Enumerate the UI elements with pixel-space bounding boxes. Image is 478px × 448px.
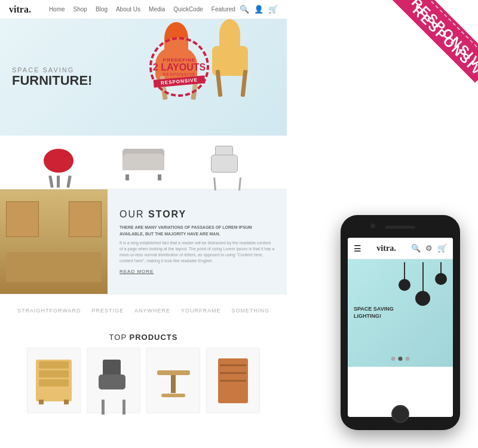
phone-search-icon[interactable]: 🔍 <box>411 244 421 253</box>
story-text-bold: THERE ARE MANY VARIATIONS OF PASSAGES OF… <box>120 225 275 237</box>
hero-text: SPACE SAVING FURNITURE! <box>12 66 92 88</box>
top-products-title: TOP PRODUCTS <box>9 333 278 342</box>
phone-cart-icon[interactable]: 🛒 <box>437 244 447 253</box>
top-products-section: TOP PRODUCTS <box>0 327 287 419</box>
phone-dots <box>391 357 410 361</box>
nav-icons: 🔍 👤 🛒 <box>240 5 278 14</box>
stamp: PREDEFINE 2 LAYOUTS RESPONSIVE RESPONSIV… <box>149 37 209 97</box>
search-icon[interactable]: 🔍 <box>240 5 249 14</box>
phone-nav: ☰ vitra. 🔍 ⚙ 🛒 <box>348 238 453 259</box>
main-container: vitra. Home Shop Blog About Us Media Qui… <box>0 0 478 448</box>
phone-menu-icon[interactable]: ☰ <box>354 244 361 253</box>
phone-nav-icons: 🔍 ⚙ 🛒 <box>411 244 447 253</box>
story-title: OUR STORY <box>120 209 275 220</box>
hero-title: FURNITURE! <box>12 73 92 88</box>
chair-tall <box>212 25 251 97</box>
stamp-main: 2 LAYOUTS <box>153 63 206 72</box>
story-image <box>0 189 108 294</box>
nav-quickcode[interactable]: QuickCode <box>173 6 203 13</box>
user-icon[interactable]: 👤 <box>254 5 263 14</box>
story-content: OUR STORY THERE ARE MANY VARIATIONS OF P… <box>108 189 287 294</box>
nav-media[interactable]: Media <box>149 6 165 13</box>
phone-hero: SPACE SAVING LIGHTING! <box>348 259 453 367</box>
nav-shop[interactable]: Shop <box>73 6 87 13</box>
dot-3[interactable] <box>406 357 410 361</box>
hero-section: SPACE SAVING FURNITURE! <box>0 19 287 136</box>
phone-mockup: ☰ vitra. 🔍 ⚙ 🛒 SPACE SAVING LIGHTING! <box>329 215 472 442</box>
lamp-3 <box>435 262 447 306</box>
thumb-chair-red <box>36 142 84 183</box>
product-card-2[interactable] <box>87 348 140 413</box>
phone-hero-lamps <box>399 262 447 306</box>
story-section: OUR STORY THERE ARE MANY VARIATIONS OF P… <box>0 189 287 294</box>
right-panel: RESPONSIVE RESPONSIVE ☞ 1-Click Installa… <box>287 0 478 448</box>
brand-4: Yourframe <box>181 308 221 314</box>
nav-home[interactable]: Home <box>49 6 65 13</box>
phone-gear-icon[interactable]: ⚙ <box>425 244 433 253</box>
brand-3: Anywhere <box>134 308 170 314</box>
dot-1[interactable] <box>391 357 396 361</box>
nav-bar: vitra. Home Shop Blog About Us Media Qui… <box>0 0 287 19</box>
responsive-ribbon: RESPONSIVE RESPONSIVE <box>370 0 478 108</box>
cart-icon[interactable]: 🛒 <box>268 5 278 14</box>
phone-hero-text: SPACE SAVING LIGHTING! <box>354 306 394 320</box>
thumb-sofa <box>120 142 167 183</box>
phone-nav-logo: vitra. <box>376 244 396 253</box>
lamp-2 <box>415 262 430 306</box>
phone-speaker <box>385 226 415 229</box>
nav-links: Home Shop Blog About Us Media QuickCode … <box>49 6 240 13</box>
brand-2: Prestige <box>91 308 124 314</box>
stamp-ribbon: RESPONSIVE <box>154 75 206 87</box>
product-thumbs <box>0 136 287 189</box>
brand-1: Straightforward <box>17 308 81 314</box>
story-body: It is a long established fact that a rea… <box>120 240 275 263</box>
dot-2[interactable] <box>399 357 403 361</box>
nav-about[interactable]: About Us <box>116 6 140 13</box>
ribbon-dashed: RESPONSIVE <box>381 0 478 88</box>
phone-camera <box>370 223 375 228</box>
read-more-link[interactable]: READ MORE <box>120 269 275 274</box>
products-grid <box>9 348 278 413</box>
nav-featured[interactable]: Featured <box>212 6 235 13</box>
product-card-1[interactable] <box>27 348 81 413</box>
product-card-3[interactable] <box>146 348 200 413</box>
thumb-chair-wire <box>203 142 251 183</box>
brand-5: Something <box>231 308 269 314</box>
phone-home-button[interactable] <box>391 405 409 423</box>
product-card-4[interactable] <box>206 348 260 413</box>
phone-body: ☰ vitra. 🔍 ⚙ 🛒 SPACE SAVING LIGHTING! <box>341 215 460 430</box>
phone-screen: ☰ vitra. 🔍 ⚙ 🛒 SPACE SAVING LIGHTING! <box>348 238 453 417</box>
nav-logo: vitra. <box>9 4 31 15</box>
nav-blog[interactable]: Blog <box>96 6 108 13</box>
brand-logos: Straightforward Prestige Anywhere Yourfr… <box>0 294 287 327</box>
left-panel: vitra. Home Shop Blog About Us Media Qui… <box>0 0 287 448</box>
lamp-1 <box>399 262 410 306</box>
